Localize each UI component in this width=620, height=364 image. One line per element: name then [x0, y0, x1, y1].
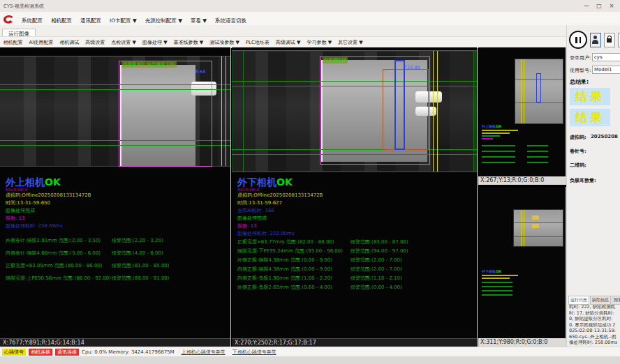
- preview-camera-title: 外上相机OK: [482, 124, 501, 128]
- ng-counter: NG:0;OK:0: [6, 187, 91, 192]
- preview-text-bars: [527, 156, 548, 158]
- preview-text-bars: [482, 135, 500, 137]
- elapsed-line: 图像处理耗时: 222.00ms: [237, 230, 323, 238]
- menu-item[interactable]: 系统配置: [17, 17, 47, 24]
- tab-roi-rectangle: [394, 60, 405, 150]
- pause-button[interactable]: [569, 31, 587, 49]
- model-value[interactable]: Model1: [592, 66, 620, 74]
- measurement-row: 隔膜宽度-下PE95.24mm 范围:(93.00 - 98.00)报警范围:(…: [237, 248, 473, 257]
- tab-highlight: [532, 224, 539, 228]
- titlebar: CYS-视觉检测系统 — □ ×: [0, 0, 620, 12]
- barcode-line: 虚拟码:Offline2025020813313472B: [6, 192, 91, 199]
- camera-image-upper[interactable]: 高阈值:93, 动态阈值:100 R.68: [0, 56, 230, 167]
- negative-tab-count-label: 负极耳数量:: [570, 177, 596, 184]
- frame-line-overlay: [243, 51, 244, 172]
- toolbar-item[interactable]: 测试项参数 ▼: [207, 39, 243, 46]
- preview-text-bars: [482, 145, 515, 146]
- toolbar: 相机配置AI使用配置相机调试高级设置点检设置 ▼图像处理 ▼基准线参数 ▼测试项…: [0, 36, 566, 48]
- defect-roi-rectangle: [383, 69, 429, 150]
- time-line: 时间:13-31-59-627: [237, 199, 323, 207]
- tab-roi-rectangle: [536, 73, 541, 103]
- toolbar-item[interactable]: 相机调试: [57, 39, 82, 46]
- toolbar-item[interactable]: 其它设置 ▼: [335, 39, 367, 46]
- edge-line-overlay: [524, 59, 524, 123]
- toolbar-item[interactable]: 相机配置: [0, 39, 26, 46]
- menu-item[interactable]: 系统语言切换: [211, 17, 251, 24]
- camera-title: 外下相机OK: [237, 177, 323, 187]
- measurement-row: 正极宽度=83.05mm 范围:(80.00 - 86.00)报警范围:(81.…: [6, 262, 226, 275]
- login-user-label: 登录用户:: [570, 54, 591, 61]
- qr-code-label: 二维码:: [570, 162, 586, 169]
- edge-line-overlay: [437, 51, 438, 172]
- maximize-button[interactable]: □: [593, 2, 605, 10]
- threshold-label: 高阈值:93, 动态阈值:100: [121, 61, 177, 68]
- preview-panel-lower[interactable]: 外下相机OK X:311;Y:980;R:0;G:0;B:0: [478, 187, 566, 347]
- pixel-coordinate-bar: X:311;Y:980;R:0;G:0;B:0: [478, 338, 566, 347]
- toolbar-item[interactable]: 学习参数 ▼: [304, 39, 335, 46]
- measurement-row: 外侧正极-负极2.65mm 范围:(0.60 - 4.00)报警范围:(0.60…: [237, 284, 473, 293]
- camera-image-lower[interactable]: AI检测区域 T23.80: [232, 50, 477, 172]
- toolbar-item[interactable]: 高级调试 ▼: [272, 39, 304, 46]
- app-logo-icon: [2, 14, 15, 24]
- toolbar-item[interactable]: 基准线参数 ▼: [170, 39, 207, 46]
- time-line: 时间:13-31-59-650: [6, 199, 91, 207]
- model-label: 使用型号:: [570, 67, 591, 74]
- pause-icon: [580, 37, 582, 43]
- comm-connect-badge: 通讯连接: [55, 349, 79, 356]
- toolbar-item[interactable]: PLC地址表: [242, 39, 272, 46]
- preview-camera-title: 外下相机OK: [482, 269, 501, 273]
- pixel-coordinate-bar: X:270;Y:2502;R:17;G:17;B:17: [232, 338, 477, 347]
- preview-text-bars: [482, 282, 512, 283]
- barcode-line: 虚拟码:Offline2025020813313472B: [237, 192, 323, 199]
- toolbar-item[interactable]: 高级设置: [82, 39, 108, 46]
- preview-text-bars: [482, 138, 493, 139]
- menu-item[interactable]: IO卡配置 ▼: [105, 17, 141, 24]
- barcode-label: 虚拟码:: [570, 134, 586, 141]
- upper-camera-heartbeat-text: 上相机心跳信号异常: [182, 349, 226, 356]
- camera-title: 外上相机OK: [6, 177, 91, 187]
- menubar: 系统配置相机配置通讯配置IO卡配置 ▼光源控制配置 ▼查看 ▼系统语言切换: [0, 12, 620, 26]
- cpu-memory-text: Cpu: 0.0% Memory: 3424.41796875M: [82, 349, 175, 355]
- edge-line-overlay: [226, 56, 226, 166]
- pixel-coordinate-bar: X:7677;Y:891;R:14;G:14;B:14: [0, 338, 230, 347]
- menu-item[interactable]: 相机配置: [47, 17, 76, 24]
- login-user-value[interactable]: cys: [592, 53, 620, 61]
- preview-text-bars: [482, 151, 515, 152]
- user-login-button[interactable]: [590, 33, 601, 47]
- measure-tag-label: T23.80: [404, 65, 420, 70]
- result-box-upper: 结果: [570, 88, 610, 105]
- result-overlay-lower: 外下相机OK NG:0;OK:0 虚拟码:Offline202502081331…: [237, 177, 323, 238]
- toolbar-item[interactable]: AI使用配置: [26, 39, 57, 46]
- elapsed-line: 图像处理耗时: 258.59ms: [6, 222, 91, 230]
- film-count-line: 膜数: 13: [237, 222, 323, 230]
- total-result-label: 总结果:: [570, 78, 589, 86]
- toolbar-item[interactable]: 点检设置 ▼: [108, 39, 140, 46]
- log-text[interactable]: 耗时: 222, 缺陷检测耗时: 17, 缺陷分类耗时: 0, 缺陷提取分区耗时…: [569, 304, 618, 344]
- measurement-row: 内侧正极-负极1.90mm 范围:(1.00 - 2.20)报警范围:(1.10…: [237, 275, 473, 284]
- edge-line-overlay: [521, 59, 522, 123]
- window-bottom-edge: [0, 356, 620, 364]
- result-overlay-upper: 外上相机OK NG:0;OK:0 虚拟码:Offline202502081331…: [6, 177, 91, 230]
- toolbar-item[interactable]: 图像处理 ▼: [139, 39, 170, 46]
- film-count-line: 膜数: 13: [6, 215, 91, 222]
- preview-panel-upper[interactable]: 外上相机OK X:267;Y:13;R:0;G:0;B:0: [478, 47, 566, 185]
- lock-button[interactable]: [604, 33, 615, 47]
- menu-item[interactable]: 查看 ▼: [186, 17, 211, 24]
- menu-item[interactable]: 光源控制配置 ▼: [141, 17, 186, 24]
- minimize-button[interactable]: —: [581, 2, 592, 10]
- sidebar-buttons: [569, 31, 620, 49]
- measurement-row: 隔膜宽度-上PE90.56mm 范围:(88.00 - 92.00)报警范围:(…: [6, 275, 226, 287]
- camera-panel-upper: 高阈值:93, 动态阈值:100 R.68 外上相机OK NG:0;OK:0 虚…: [0, 47, 231, 347]
- preview-image: [513, 209, 563, 247]
- preview-text-bars: [482, 290, 512, 291]
- menu-item[interactable]: 通讯配置: [76, 17, 105, 24]
- tab-highlight: [532, 215, 539, 220]
- measurement-row: 外侧卷针-隔膜2.91mm 范围:(2.00 - 3.50)报警范围:(2.20…: [6, 237, 226, 250]
- close-button[interactable]: ×: [606, 2, 617, 10]
- preview-text-bars: [482, 132, 510, 134]
- measurement-row: 正极宽度=83.77mm 范围:(82.00 - 88.00)报警范围:(83.…: [237, 238, 473, 248]
- sidebar: 登录用户: cys 使用型号: Model1 总结果: 结果 结果 虚拟码: 2…: [566, 25, 620, 347]
- measure-tag-label: R.68: [195, 69, 206, 75]
- ai-time-line: 当前AI耗时: 166: [237, 207, 323, 215]
- process-done-line: 图像处理完成: [6, 207, 91, 215]
